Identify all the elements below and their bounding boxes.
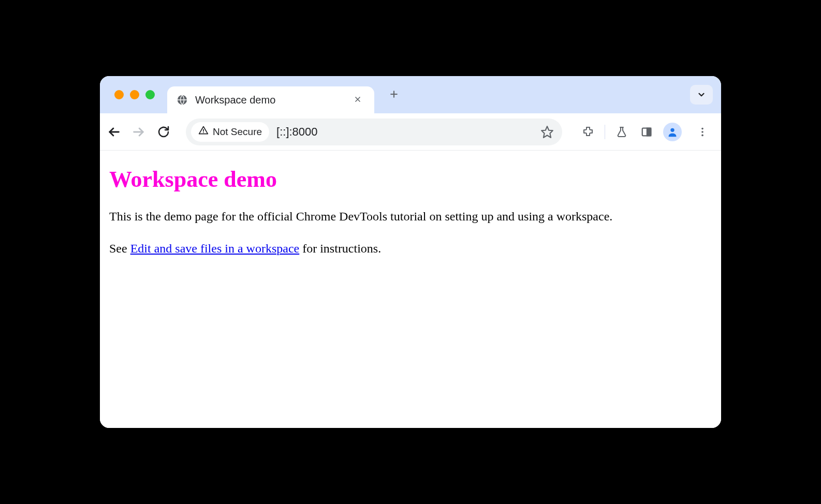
page-content: Workspace demo This is the demo page for… [100,151,721,428]
extensions-button[interactable] [580,124,596,140]
tab-title: Workspace demo [195,94,343,106]
window-maximize-button[interactable] [145,90,155,99]
browser-tab[interactable]: Workspace demo [167,86,374,113]
browser-toolbar: Not Secure [::]:8000 [100,113,721,151]
toolbar-actions [580,123,712,141]
page-paragraph-1: This is the demo page for the official C… [109,207,712,226]
svg-point-10 [701,131,703,133]
svg-point-9 [701,127,703,129]
page-paragraph-2: See Edit and save files in a workspace f… [109,239,712,258]
forward-button[interactable] [129,122,149,142]
profile-button[interactable] [663,123,682,141]
warning-icon [198,125,209,138]
tab-bar: Workspace demo [100,76,721,113]
new-tab-button[interactable] [384,84,404,106]
svg-point-8 [670,128,674,131]
svg-marker-5 [541,126,553,138]
url-text: [::]:8000 [272,125,534,139]
security-label: Not Secure [213,126,262,138]
window-close-button[interactable] [114,90,124,99]
page-heading: Workspace demo [109,166,712,192]
globe-icon [177,94,188,106]
reload-button[interactable] [154,122,173,142]
security-indicator[interactable]: Not Secure [191,122,269,142]
tab-close-button[interactable] [350,92,365,108]
back-arrow-icon[interactable] [104,122,124,142]
window-controls [114,90,155,99]
window-minimize-button[interactable] [130,90,139,99]
bookmark-button[interactable] [537,122,557,142]
svg-rect-7 [647,128,651,136]
menu-button[interactable] [693,123,712,141]
side-panel-button[interactable] [638,124,655,140]
address-bar[interactable]: Not Secure [::]:8000 [186,118,562,145]
tutorial-link[interactable]: Edit and save files in a workspace [130,242,300,255]
toolbar-divider [605,125,605,139]
labs-button[interactable] [613,124,630,140]
svg-point-11 [701,134,703,136]
paragraph-2-prefix: See [109,242,130,255]
tab-search-button[interactable] [690,85,713,105]
svg-point-4 [203,132,204,133]
paragraph-2-suffix: for instructions. [299,242,381,255]
browser-window: Workspace demo [100,76,721,428]
